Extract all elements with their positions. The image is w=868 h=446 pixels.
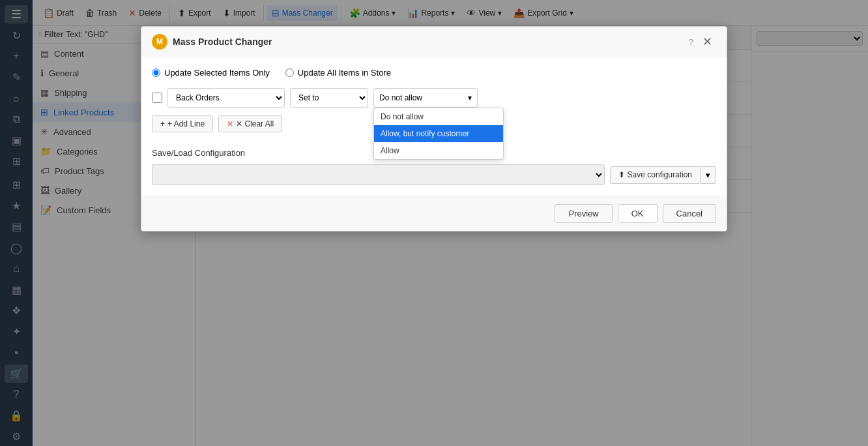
value-dropdown-trigger[interactable]: Do not allow ▾ [373, 88, 478, 108]
preview-button[interactable]: Preview [555, 204, 612, 223]
dropdown-option-allow-notify[interactable]: Allow, but notify customer [374, 125, 503, 142]
save-load-row: ⬆ Save configuration ▾ [152, 164, 716, 185]
value-dropdown-menu: Do not allow Allow, but notify customer … [373, 108, 504, 160]
dropdown-option-allow[interactable]: Allow [374, 142, 503, 159]
radio-all-input[interactable] [285, 68, 294, 77]
cancel-button[interactable]: Cancel [663, 204, 716, 223]
dropdown-option-do-not-allow[interactable]: Do not allow [374, 108, 503, 125]
save-config-icon: ⬆ [618, 170, 625, 179]
modal-footer: Preview OK Cancel [141, 196, 727, 231]
modal-close-button[interactable]: ✕ [699, 33, 716, 50]
modal-title: Mass Product Changer [173, 37, 689, 47]
radio-group: Update Selected Items Only Update All It… [152, 68, 716, 78]
value-dropdown-container: Do not allow ▾ Do not allow Allow, but n… [373, 88, 478, 108]
save-config-group: ⬆ Save configuration ▾ [610, 166, 716, 184]
field-select[interactable]: Back Orders [167, 88, 285, 108]
modal-title-icon: M [152, 34, 167, 50]
rule-checkbox[interactable] [152, 93, 162, 103]
operator-select[interactable]: Set to [290, 88, 368, 108]
add-line-button[interactable]: + + Add Line [152, 115, 213, 132]
add-line-icon: + [160, 119, 165, 128]
modal-overlay: M Mass Product Changer ? ✕ Update Select… [0, 0, 868, 446]
radio-all-items[interactable]: Update All Items in Store [285, 68, 391, 78]
save-config-caret[interactable]: ▾ [701, 166, 716, 184]
modal-body: Update Selected Items Only Update All It… [141, 57, 727, 196]
rule-row: Back Orders Set to Do not allow ▾ [152, 88, 716, 108]
save-config-button[interactable]: ⬆ Save configuration [610, 166, 701, 184]
value-dropdown-label: Do not allow [379, 93, 422, 102]
clear-all-button[interactable]: ✕ ✕ Clear All [218, 115, 282, 132]
ok-button[interactable]: OK [618, 204, 658, 223]
radio-selected-items[interactable]: Update Selected Items Only [152, 68, 270, 78]
config-select[interactable] [152, 164, 605, 185]
modal-help-icon[interactable]: ? [689, 37, 693, 47]
modal-header: M Mass Product Changer ? ✕ [141, 27, 727, 57]
mass-product-changer-modal: M Mass Product Changer ? ✕ Update Select… [141, 26, 727, 231]
dropdown-arrow-icon: ▾ [468, 93, 472, 102]
radio-selected-input[interactable] [152, 68, 160, 77]
clear-all-icon: ✕ [227, 119, 233, 128]
